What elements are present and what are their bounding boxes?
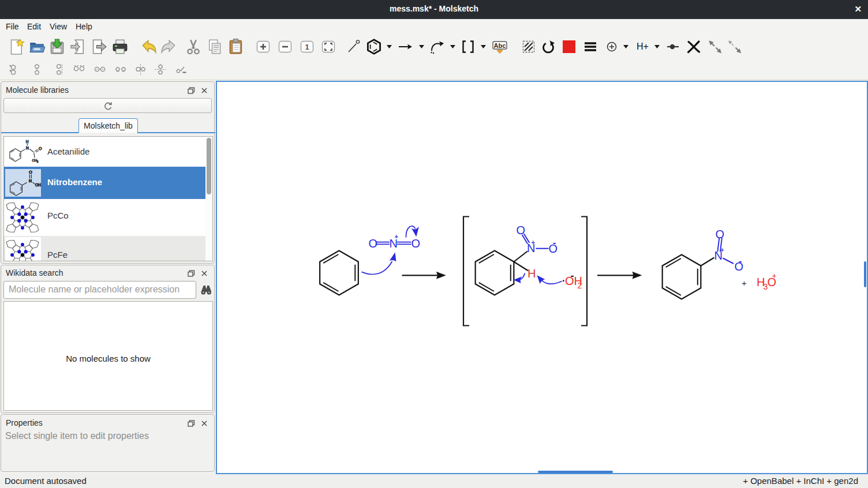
svg-text:O: O (411, 237, 421, 250)
svg-text:O: O (369, 237, 378, 250)
svg-text:+: + (395, 233, 398, 240)
svg-text:O: O (29, 170, 32, 174)
svg-text:O: O (716, 228, 725, 241)
svg-text:1: 1 (305, 43, 309, 51)
svg-text:+: + (772, 271, 777, 280)
svg-text:N: N (26, 146, 29, 150)
svg-text:-: - (571, 270, 574, 281)
svg-text:H: H (26, 140, 29, 144)
svg-text:3: 3 (37, 160, 39, 163)
svg-text:+: + (532, 239, 535, 246)
svg-text:H: H (527, 267, 536, 280)
svg-text:O: O (39, 147, 42, 151)
svg-text:OH: OH (35, 183, 41, 187)
svg-text:N: N (29, 179, 32, 183)
svg-text:-: - (739, 256, 742, 266)
svg-text:2: 2 (578, 281, 582, 290)
svg-text:-: - (553, 238, 556, 247)
svg-text:Abc: Abc (494, 42, 506, 49)
svg-text:+: + (742, 278, 747, 288)
